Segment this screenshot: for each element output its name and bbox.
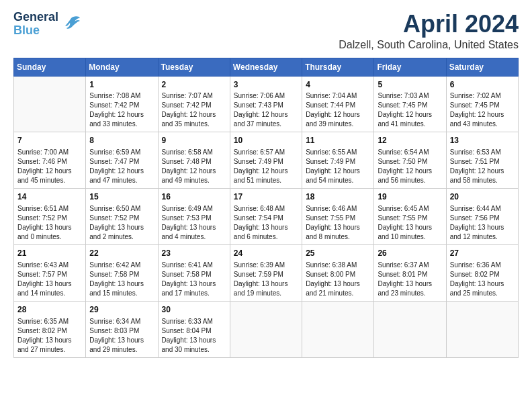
calendar-cell [230,301,302,357]
cell-info: and 54 minutes. [306,176,370,185]
day-number: 8 [89,135,154,146]
cell-info: Sunrise: 6:54 AM [378,148,442,157]
cell-info: and 6 minutes. [234,232,298,242]
cell-info: Sunrise: 6:43 AM [17,261,82,270]
calendar-cell: 1Sunrise: 7:08 AMSunset: 7:42 PMDaylight… [86,76,158,132]
cell-info: Sunrise: 6:46 AM [306,204,370,214]
cell-info: Sunset: 8:03 PM [89,326,154,336]
cell-info: Sunset: 7:46 PM [17,157,82,167]
cell-info: and 56 minutes. [378,176,442,185]
calendar-cell: 22Sunrise: 6:42 AMSunset: 7:58 PMDayligh… [86,244,158,301]
cell-info: Daylight: 13 hours [162,336,226,345]
cell-info: Daylight: 13 hours [17,336,82,345]
calendar-cell: 21Sunrise: 6:43 AMSunset: 7:57 PMDayligh… [14,244,86,301]
header: General Blue April 2024 Dalzell, South C… [13,11,519,51]
cell-info: and 43 minutes. [450,120,515,129]
cell-info: and 35 minutes. [162,120,226,129]
cell-info: and 33 minutes. [89,120,154,129]
cell-info: Sunrise: 6:58 AM [162,148,226,157]
calendar-cell: 26Sunrise: 6:37 AMSunset: 8:01 PMDayligh… [374,244,446,301]
day-number: 18 [306,191,370,203]
calendar-cell: 2Sunrise: 7:07 AMSunset: 7:42 PMDaylight… [158,76,230,132]
cell-info: Sunset: 8:02 PM [450,270,515,279]
cell-info: Sunset: 7:54 PM [234,214,298,223]
cell-info: Daylight: 12 hours [89,167,154,176]
cell-info: Sunset: 7:51 PM [450,157,515,167]
cell-info: Daylight: 12 hours [378,167,442,176]
calendar-cell: 13Sunrise: 6:53 AMSunset: 7:51 PMDayligh… [446,132,518,189]
calendar-cell: 30Sunrise: 6:33 AMSunset: 8:04 PMDayligh… [158,301,230,357]
cell-info: and 23 minutes. [378,289,442,298]
day-number: 22 [89,248,154,259]
calendar-cell: 19Sunrise: 6:45 AMSunset: 7:55 PMDayligh… [374,189,446,245]
cell-info: Daylight: 13 hours [17,279,82,289]
cell-info: and 45 minutes. [17,176,82,185]
logo-line1: General [13,11,58,24]
day-number: 1 [89,79,154,91]
calendar-cell: 15Sunrise: 6:50 AMSunset: 7:52 PMDayligh… [86,189,158,245]
day-number: 17 [234,191,298,203]
cell-info: Sunset: 7:45 PM [450,101,515,110]
cell-info: Sunset: 7:49 PM [234,157,298,167]
day-number: 13 [450,135,515,146]
day-number: 14 [17,191,82,203]
calendar-body: 1Sunrise: 7:08 AMSunset: 7:42 PMDaylight… [14,76,519,357]
cell-info: Sunset: 7:58 PM [162,270,226,279]
header-col-wednesday: Wednesday [230,58,302,76]
cell-info: Sunrise: 6:59 AM [89,148,154,157]
cell-info: Sunrise: 7:03 AM [378,91,442,101]
cell-info: Sunrise: 6:33 AM [162,317,226,326]
calendar-week-0: 1Sunrise: 7:08 AMSunset: 7:42 PMDaylight… [14,76,519,132]
day-number: 23 [162,248,226,259]
calendar-cell: 12Sunrise: 6:54 AMSunset: 7:50 PMDayligh… [374,132,446,189]
cell-info: Daylight: 13 hours [234,223,298,232]
day-number: 27 [450,248,515,259]
cell-info: Sunrise: 6:41 AM [162,261,226,270]
day-number: 26 [378,248,442,259]
cell-info: and 51 minutes. [234,176,298,185]
calendar-cell: 18Sunrise: 6:46 AMSunset: 7:55 PMDayligh… [302,189,374,245]
cell-info: and 49 minutes. [162,176,226,185]
cell-info: Daylight: 12 hours [234,110,298,120]
cell-info: Daylight: 13 hours [17,223,82,232]
cell-info: Daylight: 13 hours [89,336,154,345]
cell-info: and 30 minutes. [162,345,226,355]
calendar-cell [446,301,518,357]
calendar-cell: 4Sunrise: 7:04 AMSunset: 7:44 PMDaylight… [302,76,374,132]
calendar-cell: 14Sunrise: 6:51 AMSunset: 7:52 PMDayligh… [14,189,86,245]
calendar-cell: 23Sunrise: 6:41 AMSunset: 7:58 PMDayligh… [158,244,230,301]
cell-info: Sunset: 7:42 PM [89,101,154,110]
cell-info: Sunset: 8:04 PM [162,326,226,336]
calendar-cell [302,301,374,357]
cell-info: and 47 minutes. [89,176,154,185]
cell-info: Sunrise: 6:44 AM [450,204,515,214]
cell-info: Sunset: 7:43 PM [234,101,298,110]
cell-info: Sunset: 7:52 PM [17,214,82,223]
cell-info: Sunset: 7:56 PM [450,214,515,223]
cell-info: Daylight: 12 hours [17,167,82,176]
cell-info: and 8 minutes. [306,232,370,242]
calendar-week-2: 14Sunrise: 6:51 AMSunset: 7:52 PMDayligh… [14,189,519,245]
cell-info: and 39 minutes. [306,120,370,129]
day-number: 16 [162,191,226,203]
calendar-cell: 7Sunrise: 7:00 AMSunset: 7:46 PMDaylight… [14,132,86,189]
cell-info: Sunset: 7:53 PM [162,214,226,223]
day-number: 9 [162,135,226,146]
day-number: 5 [378,79,442,91]
cell-info: Sunrise: 6:53 AM [450,148,515,157]
calendar-cell: 11Sunrise: 6:55 AMSunset: 7:49 PMDayligh… [302,132,374,189]
header-row: SundayMondayTuesdayWednesdayThursdayFrid… [14,58,519,76]
cell-info: Sunrise: 6:49 AM [162,204,226,214]
cell-info: Sunrise: 6:55 AM [306,148,370,157]
day-number: 29 [89,304,154,316]
cell-info: Daylight: 12 hours [306,167,370,176]
day-number: 6 [450,79,515,91]
logo: General Blue [13,11,81,38]
header-col-tuesday: Tuesday [158,58,230,76]
cell-info: Sunrise: 6:45 AM [378,204,442,214]
day-number: 20 [450,191,515,203]
calendar-week-1: 7Sunrise: 7:00 AMSunset: 7:46 PMDaylight… [14,132,519,189]
cell-info: Sunrise: 6:37 AM [378,261,442,270]
day-number: 7 [17,135,82,146]
cell-info: and 4 minutes. [162,232,226,242]
